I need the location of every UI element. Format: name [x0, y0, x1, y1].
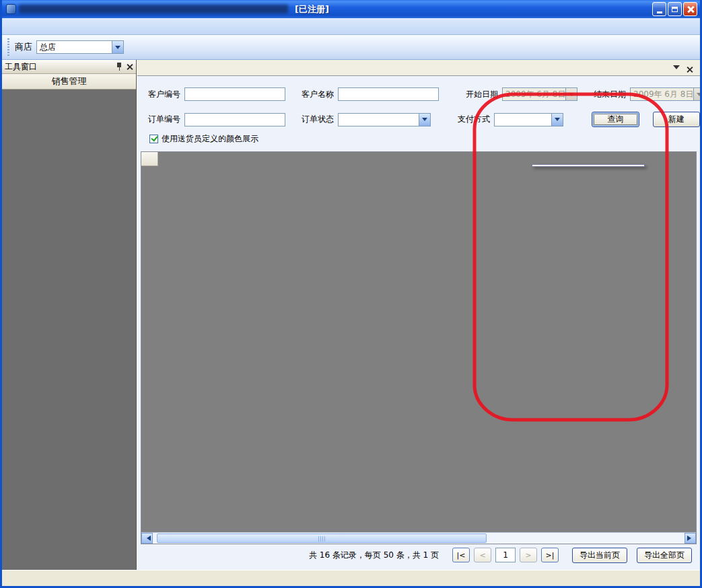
title-redacted-text: [19, 5, 288, 13]
order-no-label: 订单编号: [148, 114, 180, 125]
tool-window-sidebar: 工具窗口 销售管理: [2, 60, 137, 570]
context-menu: [532, 164, 645, 167]
pay-method-select[interactable]: [494, 113, 563, 126]
tool-window-title: 工具窗口: [5, 61, 37, 73]
pay-method-label: 支付方式: [458, 114, 490, 125]
customer-no-label: 客户编号: [148, 89, 180, 100]
scroll-right-icon[interactable]: [685, 533, 696, 544]
close-icon: [687, 6, 694, 13]
order-status-select[interactable]: [338, 113, 431, 126]
next-page-button[interactable]: >: [520, 548, 537, 562]
export-current-page-button[interactable]: 导出当前页: [572, 548, 627, 563]
app-icon: [6, 4, 16, 14]
chevron-down-icon[interactable]: [112, 41, 123, 53]
customer-name-label: 客户名称: [302, 89, 334, 100]
menu-bar: [2, 18, 700, 35]
minimize-button[interactable]: [652, 2, 666, 16]
shop-select[interactable]: 总店: [36, 40, 124, 54]
page-number[interactable]: 1: [495, 548, 516, 562]
new-button[interactable]: 新建: [653, 112, 700, 127]
tab-list-dropdown-icon[interactable]: [673, 65, 680, 73]
minimize-icon: [657, 11, 662, 13]
pin-icon[interactable]: [116, 63, 122, 71]
chevron-down-icon: [565, 88, 577, 100]
export-all-pages-button[interactable]: 导出全部页: [637, 548, 692, 563]
title-registered-badge: [已注册]: [295, 3, 329, 15]
start-date-label: 开始日期: [466, 89, 498, 100]
status-bar: [2, 570, 700, 586]
order-no-input[interactable]: [184, 113, 285, 126]
chevron-down-icon[interactable]: [551, 114, 563, 126]
title-bar: [已注册]: [2, 0, 700, 18]
customer-name-input[interactable]: [338, 87, 439, 101]
first-page-button[interactable]: |<: [452, 548, 470, 562]
scrollbar-thumb[interactable]: [157, 534, 487, 543]
orders-grid: [141, 151, 697, 544]
toolbar-grip: [7, 38, 9, 56]
pager: 共 16 条记录，每页 50 条，共 1 页 |< < 1 > >| 导出当前页…: [137, 544, 700, 570]
maximize-icon: [672, 7, 678, 12]
query-button[interactable]: 查询: [592, 112, 639, 127]
tab-strip: [137, 60, 700, 76]
shop-select-value: 总店: [37, 42, 112, 53]
tab-close-icon[interactable]: [687, 66, 693, 73]
sidebar-section-sales[interactable]: 销售管理: [2, 74, 136, 89]
driver-color-checkbox[interactable]: [149, 135, 158, 143]
start-date-picker[interactable]: 2009年 6月 8日: [502, 87, 577, 101]
prev-page-button[interactable]: <: [474, 548, 491, 562]
driver-color-label: 使用送货员定义的颜色展示: [162, 133, 258, 145]
app-window: [已注册] 商店 总店 工具窗口 销售管理: [0, 0, 702, 588]
chevron-down-icon: [693, 88, 702, 100]
close-button[interactable]: [683, 2, 697, 16]
record-summary: 共 16 条记录，每页 50 条，共 1 页: [309, 550, 439, 561]
chevron-down-icon[interactable]: [419, 114, 430, 126]
last-page-button[interactable]: >|: [541, 548, 559, 562]
shop-label: 商店: [15, 41, 32, 53]
filter-form: 客户编号 客户名称 开始日期 2009年 6月 8日 结束日期 2009年 6月…: [137, 76, 700, 151]
customer-no-input[interactable]: [184, 87, 285, 101]
close-icon[interactable]: [127, 63, 133, 70]
grid-corner-cell: [141, 152, 158, 166]
maximize-button[interactable]: [668, 2, 682, 16]
scroll-left-icon[interactable]: [141, 533, 153, 544]
end-date-value: 2009年 6月 8日: [631, 89, 693, 100]
toolbar: 商店 总店: [2, 35, 700, 60]
horizontal-scrollbar[interactable]: [141, 532, 696, 544]
end-date-picker[interactable]: 2009年 6月 8日: [630, 87, 702, 101]
main-panel: 客户编号 客户名称 开始日期 2009年 6月 8日 结束日期 2009年 6月…: [137, 60, 700, 570]
order-status-label: 订单状态: [302, 114, 334, 125]
end-date-label: 结束日期: [594, 89, 626, 100]
start-date-value: 2009年 6月 8日: [503, 89, 565, 100]
